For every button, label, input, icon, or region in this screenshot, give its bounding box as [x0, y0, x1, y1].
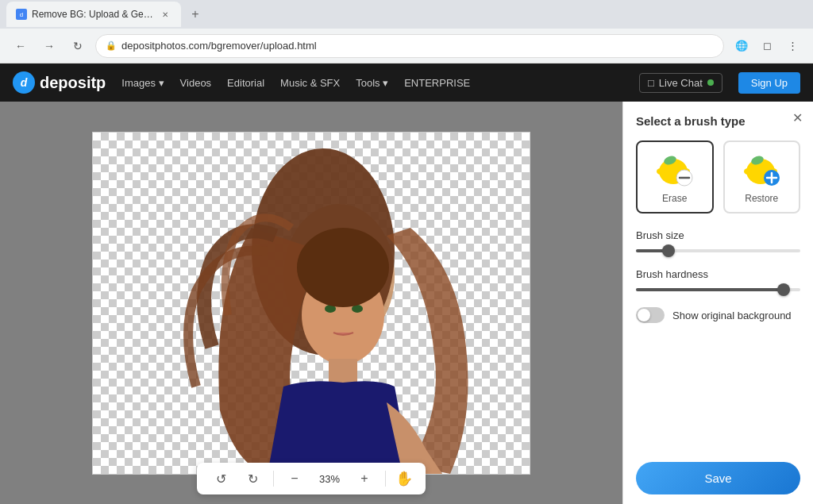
brush-size-thumb[interactable]	[662, 244, 675, 257]
forward-button[interactable]: →	[38, 35, 60, 57]
new-tab-button[interactable]: +	[184, 3, 206, 25]
chat-icon: □	[648, 77, 654, 89]
menu-icon[interactable]: ⋮	[781, 35, 803, 57]
svg-point-14	[744, 168, 752, 175]
zoom-out-button[interactable]: −	[283, 467, 306, 490]
svg-point-6	[297, 228, 389, 307]
nav-enterprise[interactable]: ENTERPRISE	[404, 77, 470, 89]
nav-right-icons: 🌐 ◻ ⋮	[730, 35, 803, 57]
canvas-wrapper	[92, 132, 530, 475]
toggle-label: Show original background	[672, 310, 792, 321]
site-header: d depositp Images ▾ Videos Editorial Mus…	[0, 63, 813, 102]
brush-size-slider[interactable]	[636, 249, 800, 252]
zoom-in-button[interactable]: +	[353, 467, 376, 490]
reload-button[interactable]: ↻	[67, 35, 89, 57]
tab-favicon: d	[16, 9, 27, 20]
active-tab[interactable]: d Remove BG: Upload & Get T... ✕	[6, 2, 181, 27]
svg-point-8	[657, 168, 665, 175]
erase-lemon-icon	[653, 151, 696, 189]
cursor-tool-icon[interactable]: ✋	[395, 470, 413, 487]
canvas-toolbar: ↺ ↻ − 33% + ✋	[197, 463, 426, 494]
restore-brush-card[interactable]: Restore	[723, 140, 801, 214]
live-chat-button[interactable]: □ Live Chat	[639, 73, 722, 93]
toolbar-divider	[273, 471, 274, 487]
address-bar[interactable]: 🔒 depositphotos.com/bgremover/upload.htm…	[95, 34, 724, 58]
brush-type-selector: Erase	[636, 140, 800, 214]
nav-music[interactable]: Music & SFX	[280, 77, 340, 89]
nav-images[interactable]: Images ▾	[121, 77, 164, 89]
toggle-row: Show original background	[636, 307, 800, 323]
live-chat-dot	[707, 79, 714, 86]
brush-size-container: Brush size	[636, 229, 800, 252]
nav-tools[interactable]: Tools ▾	[356, 77, 388, 89]
panel-title: Select a brush type	[636, 114, 800, 128]
brush-hardness-track	[636, 288, 784, 291]
undo-button[interactable]: ↺	[210, 467, 232, 490]
toggle-knob	[638, 309, 650, 321]
brush-size-label: Brush size	[636, 229, 800, 241]
panel-close-button[interactable]: ✕	[789, 110, 805, 125]
brush-hardness-label: Brush hardness	[636, 268, 800, 280]
back-button[interactable]: ←	[10, 35, 32, 57]
erase-label: Erase	[662, 193, 687, 204]
profile-icon[interactable]: ◻	[756, 35, 778, 57]
erase-brush-card[interactable]: Erase	[636, 140, 714, 214]
translate-icon[interactable]: 🌐	[730, 35, 753, 57]
brush-hardness-container: Brush hardness	[636, 268, 800, 291]
brush-hardness-thumb[interactable]	[777, 283, 790, 296]
erase-brush-icon-container	[651, 150, 699, 190]
logo[interactable]: d depositp	[13, 71, 106, 94]
main-area: ↺ ↻ − 33% + ✋ ✕ Select a brush type	[0, 102, 813, 504]
redo-button[interactable]: ↻	[241, 467, 264, 490]
toolbar-divider-2	[385, 471, 386, 487]
canvas-image	[93, 133, 530, 474]
panel-content: ✕ Select a brush type	[623, 102, 813, 452]
right-panel: ✕ Select a brush type	[622, 102, 813, 504]
save-button[interactable]: Save	[636, 462, 800, 494]
signup-button[interactable]: Sign Up	[738, 72, 800, 94]
canvas-container[interactable]: ↺ ↻ − 33% + ✋	[0, 102, 622, 504]
logo-text: depositp	[40, 74, 106, 92]
nav-bar: ← → ↻ 🔒 depositphotos.com/bgremover/uplo…	[0, 29, 813, 63]
restore-label: Restore	[745, 193, 778, 204]
zoom-level: 33%	[315, 473, 344, 485]
canvas-background	[93, 133, 530, 474]
logo-icon: d	[13, 71, 35, 94]
restore-lemon-icon	[740, 151, 784, 189]
tab-title: Remove BG: Upload & Get T...	[32, 9, 154, 20]
lock-icon: 🔒	[106, 40, 117, 51]
panel-footer: Save	[623, 452, 813, 504]
tab-close-button[interactable]: ✕	[159, 8, 171, 21]
brush-hardness-slider[interactable]	[636, 288, 800, 291]
show-background-toggle[interactable]	[636, 307, 665, 323]
nav-editorial[interactable]: Editorial	[227, 77, 264, 89]
nav-videos[interactable]: Videos	[180, 77, 212, 89]
tab-bar: d Remove BG: Upload & Get T... ✕ +	[0, 0, 813, 29]
restore-brush-icon-container	[738, 150, 785, 190]
url-text: depositphotos.com/bgremover/upload.html	[121, 40, 714, 52]
browser-chrome: d Remove BG: Upload & Get T... ✕ + ← → ↻…	[0, 0, 813, 63]
live-chat-label: Live Chat	[659, 77, 703, 89]
